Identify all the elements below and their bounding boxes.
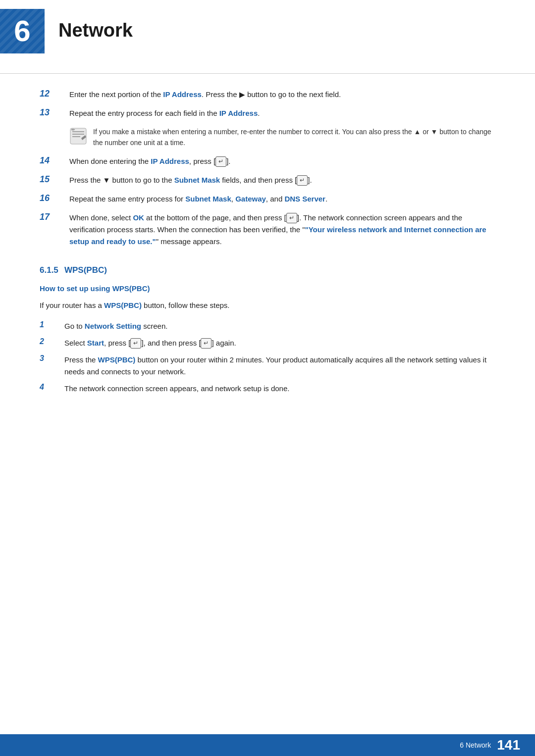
note-icon: ✏ — [69, 127, 87, 145]
step-text-16: Repeat the same entry process for Subnet… — [69, 193, 495, 205]
step-13: 13 Repeat the entry process for each fie… — [40, 107, 495, 119]
wps-step-text-2: Select Start, press [↵], and then press … — [64, 337, 495, 349]
enter-key-17: ↵ — [286, 213, 297, 223]
enter-key-wps2a: ↵ — [130, 338, 141, 349]
wps-intro-text: If your router has a WPS(PBC) button, fo… — [40, 300, 495, 311]
chapter-number: 6 — [14, 16, 30, 46]
step-number-16: 16 — [40, 193, 69, 203]
wps-step-text-1: Go to Network Setting screen. — [64, 320, 495, 332]
subsection-title: How to set up using WPS(PBC) — [40, 284, 150, 293]
wps-step-number-2: 2 — [40, 337, 64, 346]
enter-key-15: ↵ — [297, 175, 308, 186]
wps-step-2: 2 Select Start, press [↵], and then pres… — [40, 337, 495, 349]
step-text-15: Press the ▼ button to go to the Subnet M… — [69, 174, 495, 186]
section-title: WPS(PBC) — [64, 265, 107, 275]
step-12: 12 Enter the next portion of the IP Addr… — [40, 89, 495, 101]
step-text-17: When done, select OK at the bottom of th… — [69, 212, 495, 248]
footer-page-number: 141 — [497, 737, 520, 753]
chapter-title: Network — [58, 20, 133, 41]
step-number-15: 15 — [40, 174, 69, 185]
wps-step-number-1: 1 — [40, 320, 64, 329]
page-header: 6 Network — [0, 0, 535, 53]
wps-step-4: 4 The network connection screen appears,… — [40, 383, 495, 395]
note-text: If you make a mistake when entering a nu… — [93, 126, 495, 149]
footer-chapter-label: 6 Network — [460, 741, 491, 749]
wps-step-3: 3 Press the WPS(PBC) button on your rout… — [40, 354, 495, 378]
step-15: 15 Press the ▼ button to go to the Subne… — [40, 174, 495, 186]
note-box: ✏ If you make a mistake when entering a … — [69, 126, 495, 149]
step-text-12: Enter the next portion of the IP Address… — [69, 89, 495, 101]
svg-text:✏: ✏ — [71, 127, 75, 132]
step-number-17: 17 — [40, 212, 69, 222]
wps-step-text-4: The network connection screen appears, a… — [64, 383, 495, 395]
wps-step-number-3: 3 — [40, 354, 64, 363]
step-17: 17 When done, select OK at the bottom of… — [40, 212, 495, 248]
wps-step-number-4: 4 — [40, 383, 64, 392]
wps-step-1: 1 Go to Network Setting screen. — [40, 320, 495, 332]
wps-step-text-3: Press the WPS(PBC) button on your router… — [64, 354, 495, 378]
step-16: 16 Repeat the same entry process for Sub… — [40, 193, 495, 205]
subsection-wps-heading: How to set up using WPS(PBC) — [40, 284, 495, 293]
step-14: 14 When done entering the IP Address, pr… — [40, 155, 495, 167]
step-text-13: Repeat the entry process for each field … — [69, 107, 495, 119]
step-number-12: 12 — [40, 89, 69, 99]
section-number: 6.1.5 — [40, 265, 58, 275]
enter-key-14: ↵ — [215, 156, 226, 167]
main-content: 12 Enter the next portion of the IP Addr… — [0, 89, 535, 439]
step-text-14: When done entering the IP Address, press… — [69, 155, 495, 167]
step-number-14: 14 — [40, 155, 69, 166]
header-divider — [0, 73, 535, 74]
enter-key-wps2b: ↵ — [201, 338, 212, 349]
section-6-1-5-heading: 6.1.5 WPS(PBC) — [40, 265, 495, 275]
chapter-box: 6 — [0, 9, 45, 53]
page-footer: 6 Network 141 — [0, 734, 535, 756]
step-number-13: 13 — [40, 107, 69, 118]
